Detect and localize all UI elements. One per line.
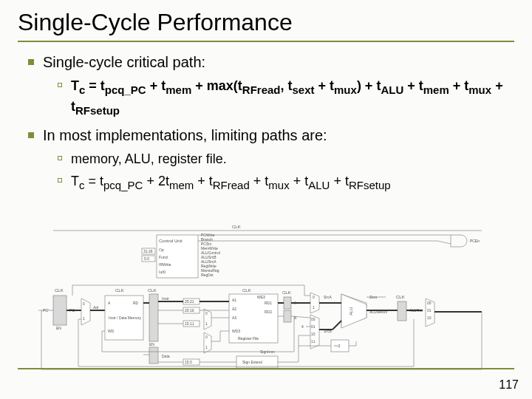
svg-text:CLK: CLK [396,295,405,299]
svg-text:5:0: 5:0 [144,256,149,261]
svg-text:Funct: Funct [159,255,168,259]
svg-text:A3: A3 [232,316,236,320]
svg-text:RD2: RD2 [265,310,272,314]
svg-text:CLK: CLK [232,225,241,229]
svg-text:Op: Op [159,248,164,252]
svg-text:B: B [294,316,297,320]
bullet-1a: Tc = tpcq_PC + tmem + max(tRFread, tsext… [58,77,514,118]
svg-text:4: 4 [301,324,304,329]
datapath-diagram: CLK Control Unit Op Funct PCWrite Branch… [38,222,494,375]
svg-text:SrcA: SrcA [324,295,332,299]
bullet-2: In most implementations, limiting paths … [28,126,514,193]
footer-rule [18,368,514,369]
svg-line-122 [332,321,341,330]
bullet-2a: memory, ALU, register file. [58,150,514,168]
svg-text:20:16: 20:16 [185,308,194,313]
svg-text:WD3: WD3 [232,329,240,333]
svg-rect-127 [398,301,406,321]
bullet-1a-text: Tc = tpcq_PC + tmem + max(tRFread, tsext… [71,78,503,114]
svg-text:Adr: Adr [93,305,99,310]
svg-rect-48 [149,347,158,364]
svg-text:EN: EN [149,342,154,347]
svg-text:WE3: WE3 [257,295,265,299]
svg-text:1: 1 [205,345,208,349]
title-rule [18,41,514,42]
svg-text:Data: Data [162,354,170,358]
svg-text:1: 1 [83,316,85,321]
svg-text:CLK: CLK [55,288,64,293]
bullet-2b: Tc = tpcq_PC + 2tmem + tRFread + tmux + … [58,172,514,193]
svg-text:Register File: Register File [238,336,259,341]
svg-text:0: 0 [205,335,208,339]
svg-text:01: 01 [427,308,432,313]
svg-text:01: 01 [311,324,316,329]
svg-text:Sign Extend: Sign Extend [242,360,262,364]
svg-text:11: 11 [311,339,316,344]
svg-text:CLK: CLK [148,288,157,293]
svg-text:A2: A2 [232,307,236,311]
svg-text:RegDst: RegDst [201,273,214,277]
svg-text:RD1: RD1 [265,301,272,305]
svg-rect-81 [284,310,291,322]
svg-rect-43 [149,294,158,341]
svg-text:00: 00 [427,301,432,305]
svg-text:1: 1 [205,321,208,326]
svg-text:CLK: CLK [115,288,124,293]
svg-text:0: 0 [83,301,85,306]
svg-text:15:0: 15:0 [185,360,192,364]
svg-line-25 [437,241,451,244]
svg-text:0: 0 [205,311,208,316]
bullet-2a-text: memory, ALU, register file. [71,151,227,166]
svg-text:0: 0 [313,295,315,299]
svg-text:10: 10 [427,316,432,320]
svg-text:Instr / Data Memory: Instr / Data Memory [109,316,141,320]
svg-text:ALU: ALU [349,307,353,316]
svg-text:A1: A1 [232,298,236,302]
svg-text:WD: WD [108,329,115,333]
svg-text:CLK: CLK [242,288,251,293]
page-number: 117 [499,378,519,392]
svg-text:IorD: IorD [159,270,166,274]
svg-rect-26 [53,296,66,325]
svg-text:<<2: <<2 [334,344,341,348]
svg-rect-80 [284,297,291,309]
svg-text:25:21: 25:21 [185,299,194,304]
svg-text:31:26: 31:26 [143,249,153,253]
bullet-2-text: In most implementations, limiting paths … [43,127,327,143]
svg-text:1: 1 [313,305,315,310]
bullet-1-text: Single-cycle critical path: [43,54,205,70]
bullet-1: Single-cycle critical path: Tc = tpcq_PC… [28,52,514,118]
svg-text:10: 10 [311,332,316,336]
bullet-list: Single-cycle critical path: Tc = tpcq_PC… [18,52,514,193]
svg-text:IRWrite: IRWrite [159,262,171,267]
svg-text:PCEn: PCEn [470,239,480,243]
svg-text:00: 00 [311,317,316,321]
svg-text:CLK: CLK [282,290,291,295]
svg-text:EN: EN [56,326,61,330]
svg-text:Instr: Instr [162,296,169,301]
svg-text:15:11: 15:11 [185,321,194,326]
slide-title: Single-Cycle Performance [18,9,514,36]
bullet-2b-text: Tc = tpcq_PC + 2tmem + tRFread + tmux + … [71,174,391,188]
svg-text:Control Unit: Control Unit [159,239,183,243]
svg-text:RD: RD [133,301,139,305]
